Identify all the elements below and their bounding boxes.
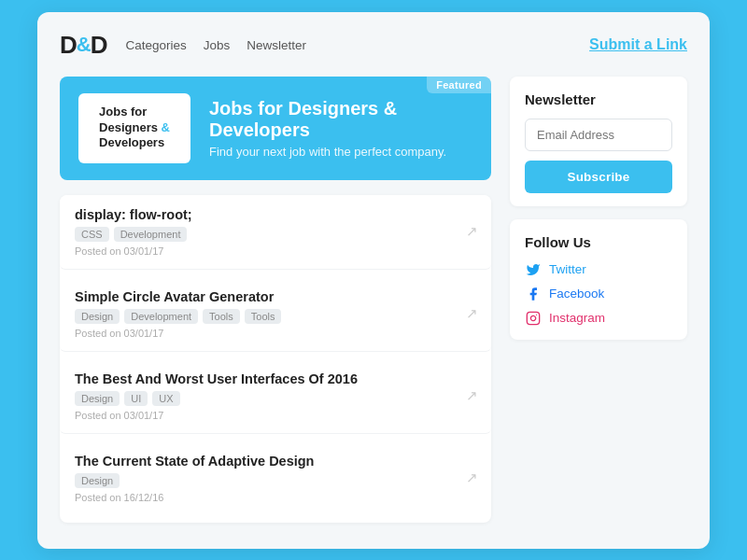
nav-categories[interactable]: Categories	[125, 38, 186, 52]
banner-text: Jobs for Designers & Developers Find you…	[209, 98, 472, 159]
logo-ampersand: &	[77, 33, 91, 57]
nav-newsletter[interactable]: Newsletter	[247, 38, 306, 52]
main-card: D & D Categories Jobs Newsletter Submit …	[37, 12, 710, 549]
social-list: Twitter Facebook Instagram	[525, 261, 672, 327]
facebook-label: Facebook	[549, 287, 604, 301]
articles-list: display: flow-root; CSS Development Post…	[60, 195, 491, 523]
newsletter-card: Newsletter Subscribe	[510, 77, 687, 206]
tag[interactable]: Tools	[203, 309, 240, 324]
article-item[interactable]: The Best And Worst User Interfaces Of 20…	[60, 359, 491, 434]
article-item[interactable]: The Current State of Adaptive Design Des…	[60, 441, 491, 515]
article-date: Posted on 03/01/17	[75, 410, 476, 421]
content-area: Featured Jobs forDesigners &Developers J…	[60, 77, 491, 523]
article-tags: Design UI UX	[75, 391, 476, 406]
sidebar: Newsletter Subscribe Follow Us Twitter	[510, 77, 687, 523]
article-tags: Design	[75, 473, 476, 488]
featured-badge: Featured	[427, 77, 491, 93]
follow-us-title: Follow Us	[525, 234, 672, 250]
article-date: Posted on 03/01/17	[75, 328, 476, 339]
instagram-icon	[525, 310, 542, 327]
banner-amp: &	[162, 120, 170, 134]
article-tags: CSS Development	[75, 227, 476, 242]
nav-jobs[interactable]: Jobs	[204, 38, 231, 52]
tag[interactable]: Design	[75, 391, 120, 406]
twitter-label: Twitter	[549, 262, 586, 276]
tag[interactable]: Development	[114, 227, 188, 242]
logo-d2: D	[91, 31, 107, 60]
banner-title: Jobs for Designers & Developers	[209, 98, 472, 141]
article-date: Posted on 16/12/16	[75, 492, 476, 503]
follow-us-card: Follow Us Twitter Facebook	[510, 219, 687, 340]
svg-rect-0	[527, 312, 539, 324]
featured-banner[interactable]: Featured Jobs forDesigners &Developers J…	[60, 77, 491, 180]
tag[interactable]: UX	[152, 391, 179, 406]
article-title: Simple Circle Avatar Generator	[75, 289, 476, 304]
external-link-icon[interactable]: ↗	[466, 223, 478, 240]
banner-logo-text: Jobs forDesigners &Developers	[99, 105, 170, 152]
article-title: The Best And Worst User Interfaces Of 20…	[75, 371, 476, 386]
banner-subtitle: Find your next job with the perfect comp…	[209, 145, 472, 159]
facebook-social-item[interactable]: Facebook	[525, 286, 672, 302]
article-title: display: flow-root;	[75, 207, 476, 222]
tag[interactable]: Tools	[245, 309, 282, 324]
newsletter-title: Newsletter	[525, 91, 672, 107]
email-input[interactable]	[525, 119, 672, 151]
header: D & D Categories Jobs Newsletter Submit …	[60, 31, 687, 60]
submit-link[interactable]: Submit a Link	[589, 36, 687, 53]
logo[interactable]: D & D	[60, 31, 106, 60]
tag[interactable]: Design	[75, 309, 120, 324]
article-tags: Design Development Tools Tools	[75, 309, 476, 324]
tag[interactable]: Development	[124, 309, 198, 324]
article-item[interactable]: Simple Circle Avatar Generator Design De…	[60, 277, 491, 352]
subscribe-button[interactable]: Subscribe	[525, 161, 672, 193]
external-link-icon[interactable]: ↗	[466, 387, 478, 404]
tag[interactable]: CSS	[75, 227, 109, 242]
article-title: The Current State of Adaptive Design	[75, 454, 476, 469]
twitter-icon	[525, 261, 542, 278]
article-date: Posted on 03/01/17	[75, 245, 476, 257]
article-item[interactable]: display: flow-root; CSS Development Post…	[60, 195, 491, 270]
main-layout: Featured Jobs forDesigners &Developers J…	[60, 77, 687, 523]
external-link-icon[interactable]: ↗	[466, 305, 478, 322]
banner-logo-box: Jobs forDesigners &Developers	[78, 93, 190, 163]
instagram-social-item[interactable]: Instagram	[525, 310, 672, 327]
main-nav: Categories Jobs Newsletter	[125, 38, 306, 52]
instagram-label: Instagram	[549, 311, 605, 325]
logo-d1: D	[60, 31, 77, 60]
external-link-icon[interactable]: ↗	[466, 469, 478, 486]
tag[interactable]: Design	[75, 473, 120, 488]
facebook-icon	[525, 286, 542, 302]
tag[interactable]: UI	[124, 391, 148, 406]
twitter-social-item[interactable]: Twitter	[525, 261, 672, 278]
